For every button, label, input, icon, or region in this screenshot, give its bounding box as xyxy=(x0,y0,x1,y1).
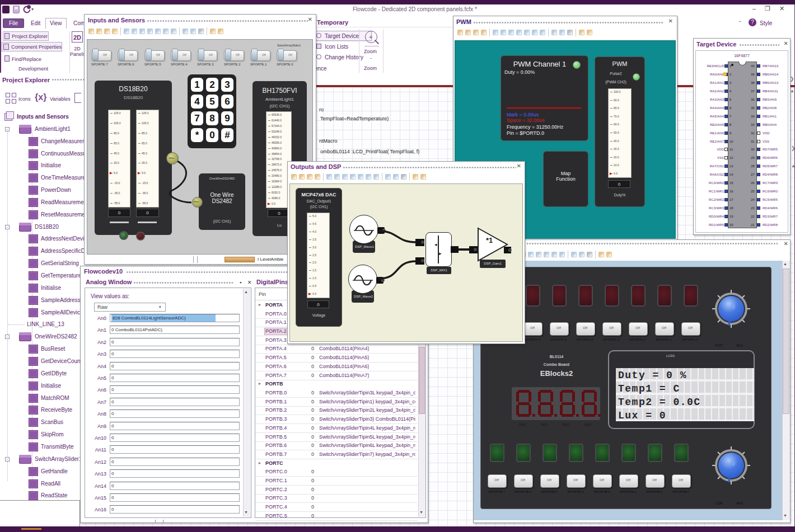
svg-text:*1: *1 xyxy=(486,236,493,244)
